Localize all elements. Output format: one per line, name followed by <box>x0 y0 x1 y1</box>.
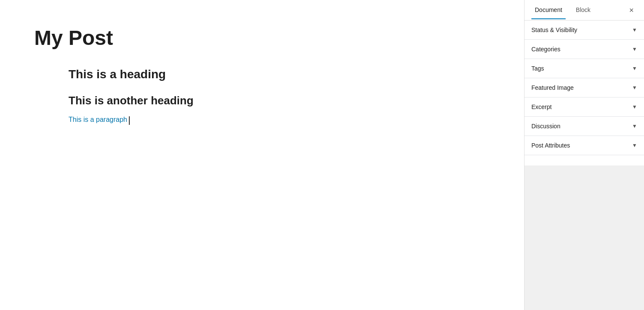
sidebar-close-button[interactable]: × <box>626 5 637 16</box>
tab-block[interactable]: Block <box>572 1 594 19</box>
sidebar-tab-bar: Document Block × <box>525 0 644 21</box>
chevron-categories-icon: ▼ <box>632 46 637 52</box>
panel-discussion[interactable]: Discussion ▼ <box>525 117 644 136</box>
chevron-post-attributes-icon: ▼ <box>632 142 637 148</box>
panel-featured-image[interactable]: Featured Image ▼ <box>525 78 644 97</box>
panel-categories[interactable]: Categories ▼ <box>525 40 644 59</box>
editor-area: My Post This is a heading This is anothe… <box>0 0 524 310</box>
document-sidebar: Document Block × Status & Visibility ▼ C… <box>524 0 644 310</box>
heading-block-1[interactable]: This is a heading <box>69 68 368 81</box>
chevron-featured-image-icon: ▼ <box>632 85 637 91</box>
post-content: This is a heading This is another headin… <box>69 68 368 124</box>
tab-document[interactable]: Document <box>531 1 566 19</box>
chevron-status-visibility-icon: ▼ <box>632 27 637 33</box>
panel-excerpt[interactable]: Excerpt ▼ <box>525 97 644 117</box>
post-title[interactable]: My Post <box>34 26 490 50</box>
chevron-excerpt-icon: ▼ <box>632 104 637 110</box>
paragraph-block[interactable]: This is a paragraph <box>69 116 368 124</box>
panel-status-visibility[interactable]: Status & Visibility ▼ <box>525 21 644 40</box>
chevron-tags-icon: ▼ <box>632 65 637 71</box>
text-cursor <box>129 116 130 125</box>
sidebar-panels: Status & Visibility ▼ Categories ▼ Tags … <box>525 21 644 165</box>
chevron-discussion-icon: ▼ <box>632 123 637 129</box>
sidebar-bottom-area <box>525 165 644 310</box>
panel-tags[interactable]: Tags ▼ <box>525 59 644 78</box>
panel-post-attributes[interactable]: Post Attributes ▼ <box>525 136 644 155</box>
heading-block-2[interactable]: This is another heading <box>69 94 368 107</box>
